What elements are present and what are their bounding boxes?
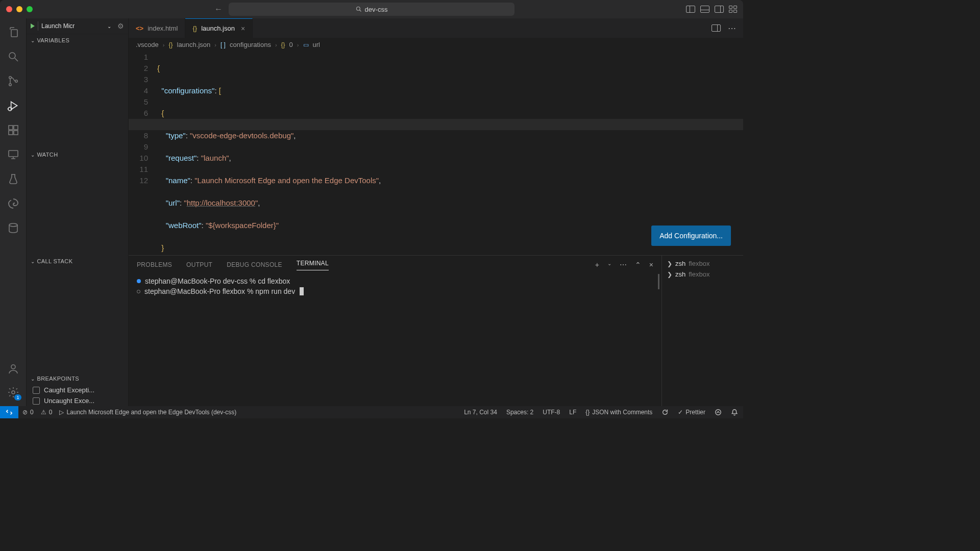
debug-alt-icon: ▷ bbox=[59, 409, 64, 416]
extensions-icon[interactable] bbox=[7, 123, 20, 137]
error-icon: ⊘ bbox=[22, 409, 28, 416]
edge-devtools-icon[interactable] bbox=[7, 197, 20, 210]
tab-label: index.html bbox=[148, 24, 178, 32]
prettier-status[interactable]: ✓Prettier bbox=[678, 409, 705, 416]
encoding-status[interactable]: UTF-8 bbox=[543, 409, 560, 416]
breadcrumb[interactable]: .vscode› {} launch.json› [ ] configurati… bbox=[129, 38, 743, 52]
tab-launch-json[interactable]: {} launch.json × bbox=[185, 18, 253, 38]
remote-indicator[interactable] bbox=[0, 406, 18, 418]
more-actions-icon[interactable]: ⋯ bbox=[728, 23, 736, 33]
svg-rect-13 bbox=[14, 126, 18, 130]
svg-line-1 bbox=[359, 10, 361, 12]
cursor-position[interactable]: Ln 7, Col 34 bbox=[464, 409, 497, 416]
eol-status[interactable]: LF bbox=[569, 409, 576, 416]
breadcrumb-item[interactable]: .vscode bbox=[136, 41, 159, 48]
tab-output[interactable]: OUTPUT bbox=[186, 261, 212, 268]
sql-tools-icon[interactable] bbox=[7, 221, 20, 235]
explorer-icon[interactable] bbox=[7, 26, 20, 39]
maximize-window[interactable] bbox=[27, 6, 33, 12]
tab-index-html[interactable]: <> index.html bbox=[129, 18, 185, 38]
breakpoint-checkbox[interactable] bbox=[33, 397, 40, 405]
sync-icon bbox=[662, 409, 669, 416]
tab-terminal[interactable]: TERMINAL bbox=[297, 260, 329, 270]
indentation-status[interactable]: Spaces: 2 bbox=[506, 409, 533, 416]
svg-point-4 bbox=[9, 77, 11, 79]
notifications-icon[interactable] bbox=[731, 409, 738, 416]
start-debug-button[interactable] bbox=[31, 23, 35, 29]
accounts-icon[interactable] bbox=[7, 362, 20, 375]
maximize-panel-icon[interactable]: ⌃ bbox=[635, 261, 641, 269]
tab-debug-console[interactable]: DEBUG CONSOLE bbox=[227, 261, 282, 268]
code-content[interactable]: { "configurations": [ { "type": "vscode-… bbox=[157, 52, 743, 255]
warnings-status[interactable]: ⚠0 bbox=[41, 409, 53, 416]
svg-point-20 bbox=[12, 391, 15, 394]
errors-status[interactable]: ⊘0 bbox=[22, 409, 34, 416]
watch-header[interactable]: ⌄WATCH bbox=[27, 148, 128, 161]
search-icon[interactable] bbox=[7, 50, 20, 63]
breakpoint-item[interactable]: Caught Excepti... bbox=[27, 385, 128, 395]
command-center[interactable]: dev-css bbox=[229, 3, 514, 16]
close-window[interactable] bbox=[6, 6, 12, 12]
breakpoint-checkbox[interactable] bbox=[33, 387, 40, 394]
svg-rect-12 bbox=[14, 131, 18, 135]
titlebar: ← → dev-css bbox=[0, 0, 743, 18]
debug-settings-icon[interactable]: ⚙ bbox=[117, 22, 124, 30]
tab-problems[interactable]: PROBLEMS bbox=[137, 261, 172, 268]
layout-controls bbox=[686, 6, 737, 13]
terminal-marker-icon bbox=[137, 290, 140, 293]
svg-point-2 bbox=[9, 53, 15, 59]
source-control-icon[interactable] bbox=[7, 74, 20, 88]
search-icon bbox=[356, 6, 362, 12]
remote-explorer-icon[interactable] bbox=[7, 148, 20, 161]
toggle-primary-sidebar-icon[interactable] bbox=[686, 6, 695, 13]
breakpoints-header[interactable]: ⌄BREAKPOINTS bbox=[27, 372, 128, 385]
debug-config-select[interactable]: Launch Micr ⌄ bbox=[38, 21, 114, 31]
terminal-marker-icon bbox=[137, 279, 141, 283]
close-panel-icon[interactable]: × bbox=[649, 261, 653, 269]
settings-gear-icon[interactable]: 1 bbox=[7, 386, 20, 399]
callstack-header[interactable]: ⌄CALL STACK bbox=[27, 255, 128, 267]
breadcrumb-item[interactable]: configurations bbox=[230, 41, 271, 48]
terminal-dropdown-icon[interactable]: ⌄ bbox=[607, 261, 611, 269]
language-mode[interactable]: {}JSON with Comments bbox=[585, 409, 652, 416]
breadcrumb-item[interactable]: 0 bbox=[289, 41, 293, 48]
svg-point-0 bbox=[356, 7, 360, 11]
breadcrumb-item[interactable]: launch.json bbox=[177, 41, 211, 48]
debug-config-label: Launch Micr bbox=[41, 22, 75, 30]
breadcrumb-item[interactable]: url bbox=[313, 41, 320, 48]
terminal-item[interactable]: ❯zshflexbox bbox=[667, 260, 738, 267]
window-controls bbox=[6, 6, 33, 12]
terminal-output[interactable]: stephan@MacBook-Pro dev-css % cd flexbox… bbox=[129, 274, 662, 406]
terminal-item[interactable]: ❯zshflexbox bbox=[667, 270, 738, 278]
json-icon: {} bbox=[585, 409, 590, 416]
code-editor[interactable]: 123456789101112 { "configurations": [ { … bbox=[129, 52, 743, 255]
nav-back-icon[interactable]: ← bbox=[214, 5, 223, 14]
more-actions-icon[interactable]: ⋯ bbox=[620, 261, 627, 269]
run-target-status[interactable]: ▷Launch Microsoft Edge and open the Edge… bbox=[59, 409, 236, 416]
minimize-window[interactable] bbox=[16, 6, 22, 12]
sync-status[interactable] bbox=[662, 409, 669, 416]
customize-layout-icon[interactable] bbox=[729, 6, 737, 13]
status-bar: ⊘0 ⚠0 ▷Launch Microsoft Edge and open th… bbox=[0, 406, 743, 418]
string-icon: ▭ bbox=[303, 41, 309, 48]
svg-point-18 bbox=[9, 223, 17, 227]
array-icon: [ ] bbox=[220, 41, 226, 48]
variables-header[interactable]: ⌄VARIABLES bbox=[27, 34, 128, 46]
new-terminal-icon[interactable]: + bbox=[595, 261, 599, 269]
breakpoint-item[interactable]: Uncaught Exce... bbox=[27, 395, 128, 406]
add-configuration-button[interactable]: Add Configuration... bbox=[651, 226, 731, 246]
settings-badge: 1 bbox=[14, 394, 21, 400]
testing-icon[interactable] bbox=[7, 172, 20, 186]
feedback-icon[interactable] bbox=[715, 409, 722, 416]
close-tab-icon[interactable]: × bbox=[241, 24, 245, 33]
debug-toolbar: Launch Micr ⌄ ⚙ bbox=[27, 18, 128, 34]
svg-rect-11 bbox=[9, 131, 13, 135]
editor-area: <> index.html {} launch.json × ⋯ .vscode… bbox=[129, 18, 743, 406]
toggle-panel-icon[interactable] bbox=[700, 6, 709, 13]
svg-point-19 bbox=[11, 365, 15, 369]
run-debug-icon[interactable] bbox=[7, 99, 20, 112]
toggle-secondary-sidebar-icon[interactable] bbox=[715, 6, 724, 13]
search-text: dev-css bbox=[365, 6, 388, 13]
split-editor-icon[interactable] bbox=[712, 24, 721, 32]
gutter: 123456789101112 bbox=[129, 52, 157, 255]
